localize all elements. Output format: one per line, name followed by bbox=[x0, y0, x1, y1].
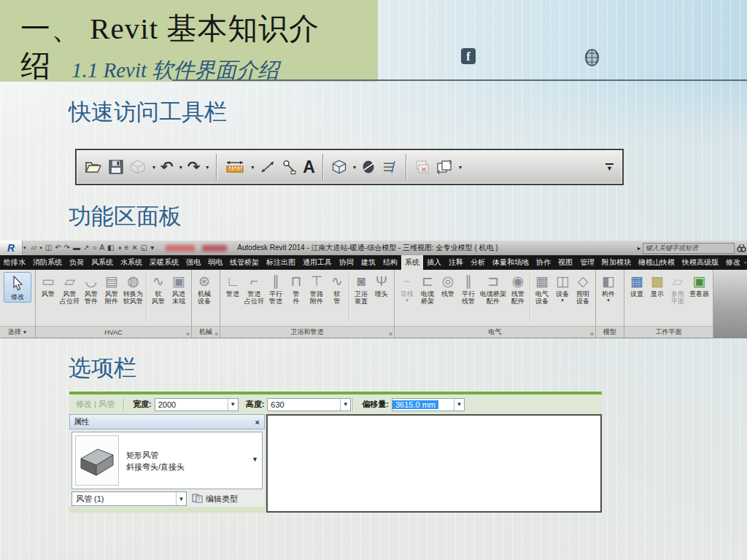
tab-负荷[interactable]: 负荷 bbox=[66, 255, 88, 270]
open-mini-icon[interactable]: ▱ bbox=[31, 241, 37, 255]
save-icon[interactable] bbox=[108, 156, 124, 178]
tab-弱电[interactable]: 弱电 bbox=[204, 255, 226, 270]
switch-windows-mini-icon[interactable]: ◱ bbox=[141, 241, 147, 255]
ribbon-button-机械设备[interactable]: ⊛机械设备 bbox=[194, 271, 214, 305]
measure-mini-icon[interactable]: ▬ bbox=[73, 241, 80, 255]
panel-footer-电气[interactable]: 电气» bbox=[395, 326, 595, 338]
search-expand-icon[interactable]: ▸ bbox=[638, 245, 640, 252]
tab-建筑[interactable]: 建筑 bbox=[357, 255, 379, 270]
ribbon-button-风管附件[interactable]: ▤风管附件 bbox=[101, 271, 122, 305]
dialog-launcher-icon[interactable]: » bbox=[389, 330, 392, 338]
tab-协作[interactable]: 协作 bbox=[533, 255, 554, 270]
tab-橄榄山快模[interactable]: 橄榄山快模 bbox=[635, 255, 678, 270]
panel-footer-选择[interactable]: 选择▼ bbox=[0, 326, 35, 338]
ribbon-button-构件[interactable]: ◧构件▾ bbox=[598, 271, 619, 303]
app-menu-caret-icon[interactable]: ▾ bbox=[23, 245, 26, 251]
tab-采暖系统[interactable]: 采暖系统 bbox=[146, 255, 182, 270]
combo-caret-icon[interactable]: ▼ bbox=[176, 492, 186, 505]
drawing-area[interactable] bbox=[266, 414, 602, 513]
ribbon-button-风管管件[interactable]: ◡风管管件 bbox=[81, 271, 101, 305]
tab-视图[interactable]: 视图 bbox=[554, 255, 576, 270]
thin-lines-mini-icon[interactable]: ≡ bbox=[125, 241, 129, 255]
open-icon[interactable] bbox=[84, 156, 103, 178]
tab-bar-overflow-icon[interactable]: ▫ · bbox=[744, 255, 747, 270]
redo-mini-icon[interactable]: ↷ bbox=[64, 241, 70, 255]
ribbon-button-管件[interactable]: ⊓管件 bbox=[286, 271, 306, 305]
ribbon-button-电缆桥架配件[interactable]: ⊐电缆桥架配件 bbox=[479, 271, 508, 305]
search-input[interactable]: 键入关键字或短语 bbox=[643, 243, 735, 254]
tab-通用工具[interactable]: 通用工具 bbox=[299, 255, 336, 270]
undo-icon[interactable]: ↶ bbox=[160, 156, 174, 178]
text-mini-icon[interactable]: A bbox=[99, 241, 104, 255]
ribbon-button-线管配件[interactable]: ◉线管配件 bbox=[508, 271, 528, 305]
transfer-mini-icon[interactable]: ◫ bbox=[45, 241, 52, 255]
ribbon-button-风管占位符[interactable]: ▱风管占位符 bbox=[58, 271, 81, 305]
panel-footer-工作平面[interactable]: 工作平面 bbox=[624, 326, 713, 338]
tag-mini-icon[interactable]: ○ bbox=[92, 241, 96, 255]
tag-by-category-icon[interactable] bbox=[282, 156, 298, 178]
combo-caret-icon[interactable]: ▼ bbox=[454, 399, 464, 411]
revit-logo[interactable]: R bbox=[0, 241, 23, 255]
save-mini-icon[interactable]: ▪ bbox=[39, 241, 42, 255]
section-icon[interactable] bbox=[361, 156, 376, 178]
redo-icon[interactable]: ↷ bbox=[187, 156, 201, 178]
tab-系统[interactable]: 系统 bbox=[401, 255, 423, 270]
tab-风系统[interactable]: 风系统 bbox=[88, 255, 117, 270]
ribbon-button-管路附件[interactable]: ⊤管路附件 bbox=[306, 271, 327, 305]
tab-附加模块[interactable]: 附加模块 bbox=[598, 255, 635, 270]
ribbon-button-照明设备[interactable]: ◇照明设备 bbox=[573, 271, 593, 305]
panel-footer-卫浴和管道[interactable]: 卫浴和管道» bbox=[220, 326, 394, 338]
collapse-toolbar-icon[interactable]: ▼ bbox=[605, 163, 614, 171]
section-mini-icon[interactable]: ◑ bbox=[117, 241, 122, 255]
dropdown-caret-icon[interactable]: ▾ bbox=[459, 164, 462, 171]
tab-插入[interactable]: 插入 bbox=[423, 255, 445, 270]
ribbon-button-软管[interactable]: ∿软管 bbox=[327, 271, 347, 305]
tab-体量和场地[interactable]: 体量和场地 bbox=[489, 255, 533, 270]
text-icon[interactable]: A bbox=[303, 156, 315, 178]
ribbon-button-风道末端[interactable]: ▣风道末端 bbox=[169, 271, 189, 305]
thin-lines-icon[interactable] bbox=[381, 156, 398, 178]
combo-caret-icon[interactable]: ▼ bbox=[228, 399, 238, 411]
panel-footer-HVAC[interactable]: HVAC» bbox=[36, 326, 191, 338]
tab-线管桥架[interactable]: 线管桥架 bbox=[226, 255, 263, 270]
edit-type-button[interactable]: 编辑类型 bbox=[192, 494, 238, 505]
ribbon-button-转换为软风管[interactable]: ◍转换为软风管 bbox=[122, 271, 144, 305]
collapse-mini-icon[interactable]: ▾ bbox=[150, 241, 154, 255]
aligned-dimension-icon[interactable] bbox=[259, 156, 276, 178]
tab-协同[interactable]: 协同 bbox=[336, 255, 357, 270]
ribbon-button-平行线管[interactable]: ∥平行线管 bbox=[458, 271, 479, 305]
tab-结构[interactable]: 结构 bbox=[379, 255, 401, 270]
ribbon-button-线管[interactable]: ◎线管 bbox=[438, 271, 458, 298]
ribbon-button-显示[interactable]: ▩显示 bbox=[647, 271, 667, 298]
tab-管理[interactable]: 管理 bbox=[576, 255, 598, 270]
tab-分析[interactable]: 分析 bbox=[467, 255, 489, 270]
ribbon-button-设置[interactable]: ▦设置 bbox=[627, 271, 647, 298]
ribbon-button-风管[interactable]: ▭风管 bbox=[38, 271, 58, 298]
dropdown-caret-icon[interactable]: ▾ bbox=[179, 164, 182, 171]
ribbon-button-修改[interactable]: 修改 bbox=[4, 272, 31, 303]
type-selector-caret-icon[interactable]: ▼ bbox=[252, 456, 258, 463]
ribbon-button-电气设备[interactable]: ▦电气设备 bbox=[532, 271, 552, 305]
tab-注释[interactable]: 注释 bbox=[445, 255, 467, 270]
dropdown-caret-icon[interactable]: ▾ bbox=[206, 164, 209, 171]
combo-caret-icon[interactable]: ▼ bbox=[340, 399, 350, 411]
tab-强电[interactable]: 强电 bbox=[182, 255, 204, 270]
search-binoculars-icon[interactable] bbox=[737, 242, 746, 254]
default-3d-view-icon[interactable] bbox=[331, 156, 347, 178]
tab-标注出图[interactable]: 标注出图 bbox=[263, 255, 299, 270]
measure-icon[interactable] bbox=[225, 156, 245, 178]
field-combo-宽度[interactable]: 2000▼ bbox=[155, 398, 239, 411]
type-selector[interactable]: 矩形风管 斜接弯头/直接头 ▼ bbox=[71, 432, 263, 489]
ribbon-button-软风管[interactable]: ∿软风管 bbox=[148, 271, 169, 305]
ribbon-button-喷头[interactable]: Ψ喷头 bbox=[371, 271, 392, 298]
tab-水系统[interactable]: 水系统 bbox=[117, 255, 146, 270]
aligned-dimension-mini-icon[interactable]: ↗ bbox=[83, 241, 89, 255]
dropdown-caret-icon[interactable]: ▾ bbox=[353, 164, 356, 171]
tab-给排水[interactable]: 给排水 bbox=[0, 255, 29, 270]
dropdown-caret-icon[interactable]: ▾ bbox=[152, 164, 155, 171]
close-icon[interactable]: × bbox=[255, 418, 260, 427]
panel-footer-模型[interactable]: 模型 bbox=[596, 326, 624, 338]
tab-快模高级版[interactable]: 快模高级版 bbox=[678, 255, 722, 270]
ribbon-button-查看器[interactable]: ▣查看器 bbox=[688, 271, 711, 298]
panel-footer-机械[interactable]: 机械» bbox=[192, 326, 220, 338]
